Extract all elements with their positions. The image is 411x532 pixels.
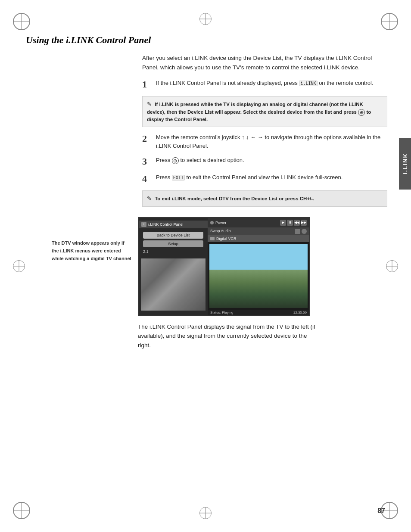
- note-2-text: To exit i.LINK mode, select DTV from the…: [155, 196, 314, 201]
- step-4: 4 Press EXIT to exit the Control Panel a…: [142, 173, 387, 184]
- step-3-text: Press ⊕ to select a desired option.: [156, 156, 244, 165]
- mockup-right-panel: Power ▶ ⏸ ◀◀ ▶▶ Swap Audio: [208, 218, 309, 315]
- content-area: After you select an i.LINK device using …: [26, 53, 387, 213]
- step-3: 3 Press ⊕ to select a desired option.: [142, 156, 387, 167]
- press-circle-icon: ⊕: [172, 157, 179, 164]
- step-1-text: If the i.LINK Control Panel is not alrea…: [156, 79, 374, 87]
- note-box-2: ✎ To exit i.LINK mode, select DTV from t…: [142, 190, 387, 207]
- mockup-rew-btn[interactable]: ◀◀: [294, 220, 300, 226]
- mockup-video-left-bg: [141, 258, 206, 311]
- bottom-caption: The i.LINK Control Panel displays the si…: [138, 322, 319, 350]
- exit-key: EXIT: [172, 175, 185, 180]
- step-3-number: 3: [142, 156, 152, 167]
- mockup-title-icon: i: [141, 222, 146, 227]
- right-column: After you select an i.LINK device using …: [138, 53, 387, 213]
- circle-select-icon: ⊕: [358, 109, 365, 116]
- mockup-ff-btn[interactable]: ▶▶: [301, 220, 307, 226]
- mockup-record-btn[interactable]: [302, 229, 307, 234]
- mockup-video-right-bg: [209, 244, 308, 308]
- step-1-number: 1: [142, 79, 152, 90]
- mockup-device-icon: [210, 237, 215, 240]
- mockup-channel: 2.1: [139, 248, 208, 255]
- mockup-status-label: Status: Playing: [210, 311, 233, 314]
- step-2: 2 Move the remote control's joystick ↑ ↓…: [142, 133, 387, 150]
- mockup-pause-btn[interactable]: ⏸: [287, 220, 293, 226]
- mockup-power-label: Power: [215, 221, 278, 225]
- step-2-text: Move the remote control's joystick ↑ ↓ ←…: [156, 133, 387, 150]
- mockup-power-dot: [210, 221, 214, 224]
- left-column: [26, 53, 138, 213]
- mockup-title-text: i.LINK Control Panel: [148, 222, 184, 227]
- note-icon-2: ✎: [147, 195, 152, 202]
- step-1: 1 If the i.LINK Control Panel is not alr…: [142, 79, 387, 90]
- mockup-device-label: Digital VCR: [216, 236, 237, 241]
- screenshot-caption-text: The DTV window appears only if the i.LIN…: [52, 240, 131, 261]
- mockup-controls-bar: Power ▶ ⏸ ◀◀ ▶▶: [208, 218, 309, 227]
- mid-decoration-left: [13, 260, 25, 272]
- mockup-status-bar: Status: Playing 12:35:50: [208, 310, 309, 315]
- mockup-swap-bar: Swap Audio: [208, 227, 309, 235]
- mockup-device-bar: Digital VCR: [208, 235, 309, 242]
- mockup-play-btn[interactable]: ▶: [280, 220, 286, 226]
- corner-decoration-bl: [9, 498, 34, 523]
- step-2-number: 2: [142, 133, 152, 144]
- mid-decoration-bottom: [199, 507, 212, 519]
- mockup-title-bar: i i.LINK Control Panel: [139, 221, 208, 228]
- sidebar-tab: i.LINK: [399, 138, 411, 190]
- screenshot-mockup: i i.LINK Control Panel Back to Device Li…: [138, 217, 310, 316]
- mockup-video-left: [141, 258, 206, 311]
- screenshot-section: The DTV window appears only if the i.LIN…: [138, 217, 387, 350]
- ilink-key: i.LINK: [299, 81, 317, 86]
- mockup-video-right: [209, 244, 308, 308]
- mid-decoration-right: [386, 260, 398, 272]
- mockup-swap-label: Swap Audio: [210, 229, 231, 233]
- mockup-time-label: 12:35:50: [293, 311, 307, 314]
- page-title: Using the i.LINK Control Panel: [26, 34, 387, 46]
- page-number: 87: [377, 507, 385, 515]
- mockup-left-panel: i i.LINK Control Panel Back to Device Li…: [139, 218, 208, 315]
- corner-decoration-tr: [377, 9, 402, 34]
- mockup-setup-button[interactable]: Setup: [143, 240, 203, 247]
- corner-decoration-tl: [9, 9, 34, 34]
- sidebar-tab-label: i.LINK: [402, 153, 408, 174]
- note-icon-1: ✎: [147, 101, 152, 107]
- intro-paragraph: After you select an i.LINK device using …: [142, 53, 387, 72]
- joystick-arrows: ↑ ↓ ← →: [242, 134, 263, 140]
- step-4-number: 4: [142, 173, 152, 184]
- note-1-strong: If i.LINK is pressed while the TV is dis…: [147, 102, 363, 115]
- mockup-stop-btn[interactable]: [295, 229, 300, 234]
- screenshot-caption: The DTV window appears only if the i.LIN…: [52, 239, 131, 262]
- mockup-back-button[interactable]: Back to Device List: [143, 232, 203, 239]
- mid-decoration-top: [199, 13, 212, 25]
- mockup-ctrl-buttons: ▶ ⏸ ◀◀ ▶▶: [280, 220, 307, 226]
- note-box-1: ✎ If i.LINK is pressed while the TV is d…: [142, 96, 387, 127]
- step-4-text: Press EXIT to exit the Control Panel and…: [156, 173, 342, 182]
- main-content: Using the i.LINK Control Panel After you…: [26, 34, 387, 350]
